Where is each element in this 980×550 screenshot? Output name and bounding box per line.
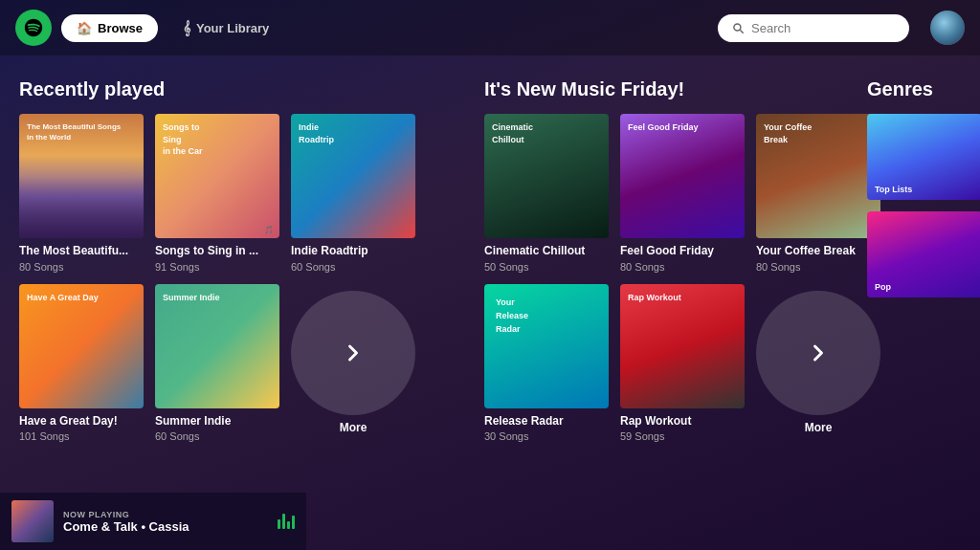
more-label-newmusic: More [805,421,833,434]
new-music-section: It's New Music Friday! CinematicChillout… [484,78,848,493]
more-label: More [340,421,368,434]
card-title: Have a Great Day! [19,414,144,429]
card-image: Pop [867,211,980,297]
card-title: Indie Roadtrip [291,244,415,259]
more-button-newmusic[interactable]: More [756,284,880,443]
more-circle [291,291,415,415]
list-item[interactable]: The Most Beautiful Songsin the World The… [19,114,144,273]
card-title: Feel Good Friday [620,244,745,259]
list-item[interactable]: IndieRoadtrip Indie Roadtrip 60 Songs [291,114,415,273]
card-subtitle: 80 Songs [620,261,745,273]
card-image: The Most Beautiful Songsin the World [19,114,144,238]
home-icon: 🏠 [77,21,92,35]
browse-button[interactable]: 🏠 Browse [61,14,158,42]
card-image: IndieRoadtrip [291,114,415,238]
more-circle-newmusic [756,291,880,415]
list-item[interactable]: Songs toSingin the Car 🎵 Songs to Sing i… [155,114,279,273]
main-content: Recently played The Most Beautiful Songs… [0,55,980,493]
card-title: Songs to Sing in ... [155,244,279,259]
card-subtitle: 91 Songs [155,261,279,273]
card-subtitle: 59 Songs [620,430,745,442]
card-image: CinematicChillout [484,114,609,238]
avatar[interactable] [930,11,965,45]
card-subtitle: 30 Songs [484,430,609,442]
new-music-title: It's New Music Friday! [484,78,848,100]
now-playing-text: NOW PLAYING Come & Talk • Cassia [63,510,268,534]
list-item[interactable]: YourReleaseRadar Release Radar 30 Songs [484,284,609,443]
browse-label: Browse [98,21,143,35]
search-icon [731,21,745,34]
card-image: Rap Workout [620,284,745,408]
card-image: Top Lists [867,114,980,200]
card-title: Release Radar [484,414,609,429]
recently-played-section: Recently played The Most Beautiful Songs… [19,78,450,493]
card-subtitle: 80 Songs [756,261,880,273]
now-playing-bar: NOW PLAYING Come & Talk • Cassia [0,493,306,550]
list-item[interactable]: Your CoffeeBreak Your Coffee Break 80 So… [756,114,880,273]
spotify-logo[interactable] [15,10,52,46]
card-image: Songs toSingin the Car 🎵 [155,114,279,238]
card-title: The Most Beautifu... [19,244,144,259]
chevron-right-icon [805,340,832,366]
chevron-right-icon [340,340,367,366]
card-title: Summer Indie [155,414,279,429]
card-title: Your Coffee Break [756,244,880,259]
card-image: Feel Good Friday [620,114,745,238]
card-image: YourReleaseRadar [484,284,609,408]
library-label: Your Library [196,21,269,35]
list-item[interactable]: Feel Good Friday Feel Good Friday 80 Son… [620,114,745,273]
navbar: 🏠 Browse 𝄞 Your Library [0,0,980,55]
equalizer-icon [278,514,295,529]
new-music-grid: CinematicChillout Cinematic Chillout 50 … [484,114,848,442]
genres-section: Genres Top Lists Pop [867,78,980,493]
library-icon: 𝄞 [183,20,190,36]
card-image: Have A Great Day [19,284,144,408]
card-image: Your CoffeeBreak [756,114,880,238]
now-playing-title: Come & Talk • Cassia [63,519,268,534]
list-item[interactable]: Rap Workout Rap Workout 59 Songs [620,284,745,443]
recently-played-grid: The Most Beautiful Songsin the World The… [19,114,450,442]
list-item[interactable]: Have A Great Day Have a Great Day! 101 S… [19,284,144,443]
list-item[interactable]: Pop [867,211,980,297]
library-button[interactable]: 𝄞 Your Library [167,13,284,43]
card-title: Rap Workout [620,414,745,429]
now-playing-label: NOW PLAYING [63,510,268,519]
card-subtitle: 50 Songs [484,261,609,273]
card-title: Cinematic Chillout [484,244,609,259]
list-item[interactable]: Summer Indie Summer Indie 60 Songs [155,284,279,443]
more-button[interactable]: More [291,284,415,443]
card-subtitle: 60 Songs [155,430,279,442]
list-item[interactable]: CinematicChillout Cinematic Chillout 50 … [484,114,609,273]
recently-played-title: Recently played [19,78,450,100]
now-playing-artwork [11,500,54,542]
genres-title: Genres [867,78,980,100]
search-input[interactable] [751,21,885,35]
search-bar[interactable] [718,14,909,42]
list-item[interactable]: Top Lists [867,114,980,200]
card-subtitle: 80 Songs [19,261,144,273]
card-subtitle: 60 Songs [291,261,415,273]
card-image: Summer Indie [155,284,279,408]
card-subtitle: 101 Songs [19,430,144,442]
avatar-image [930,11,965,45]
